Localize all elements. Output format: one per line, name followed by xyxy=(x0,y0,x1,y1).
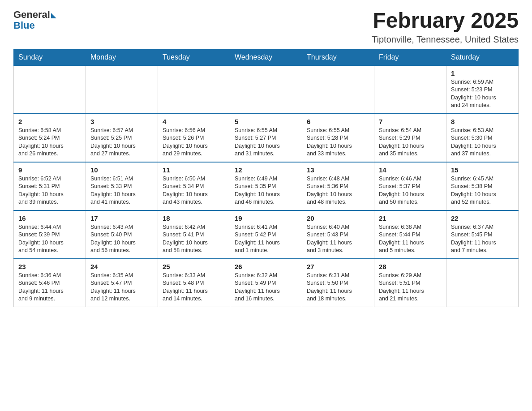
day-info: Sunrise: 6:41 AM Sunset: 5:42 PM Dayligh… xyxy=(235,223,297,255)
day-info: Sunrise: 6:53 AM Sunset: 5:30 PM Dayligh… xyxy=(451,127,514,158)
calendar-day-cell: 25Sunrise: 6:33 AM Sunset: 5:48 PM Dayli… xyxy=(158,259,230,307)
weekday-header-wednesday: Wednesday xyxy=(230,49,302,65)
calendar-day-cell: 13Sunrise: 6:48 AM Sunset: 5:36 PM Dayli… xyxy=(302,162,374,210)
day-info: Sunrise: 6:33 AM Sunset: 5:48 PM Dayligh… xyxy=(163,272,225,303)
day-number: 16 xyxy=(18,214,81,222)
day-number: 18 xyxy=(163,214,225,222)
day-number: 9 xyxy=(18,166,81,174)
calendar-day-cell: 1Sunrise: 6:59 AM Sunset: 5:23 PM Daylig… xyxy=(446,65,519,114)
logo-arrow-icon xyxy=(51,13,56,18)
day-number: 27 xyxy=(307,263,369,270)
calendar-day-cell: 10Sunrise: 6:51 AM Sunset: 5:33 PM Dayli… xyxy=(86,162,158,210)
calendar-table: SundayMondayTuesdayWednesdayThursdayFrid… xyxy=(13,49,519,307)
day-number: 3 xyxy=(90,118,153,125)
calendar-day-cell xyxy=(374,65,446,114)
day-info: Sunrise: 6:40 AM Sunset: 5:43 PM Dayligh… xyxy=(307,223,369,255)
day-info: Sunrise: 6:55 AM Sunset: 5:28 PM Dayligh… xyxy=(307,127,369,158)
calendar-day-cell: 18Sunrise: 6:42 AM Sunset: 5:41 PM Dayli… xyxy=(158,210,230,259)
day-number: 26 xyxy=(235,263,297,270)
calendar-day-cell: 21Sunrise: 6:38 AM Sunset: 5:44 PM Dayli… xyxy=(374,210,446,259)
day-number: 13 xyxy=(307,166,369,174)
calendar-day-cell xyxy=(302,65,374,114)
day-number: 10 xyxy=(90,166,153,174)
day-number: 11 xyxy=(163,166,225,174)
day-info: Sunrise: 6:49 AM Sunset: 5:35 PM Dayligh… xyxy=(235,175,297,206)
day-number: 14 xyxy=(379,166,442,174)
calendar-week-row: 23Sunrise: 6:36 AM Sunset: 5:46 PM Dayli… xyxy=(14,259,519,307)
day-info: Sunrise: 6:38 AM Sunset: 5:44 PM Dayligh… xyxy=(379,223,442,255)
day-info: Sunrise: 6:48 AM Sunset: 5:36 PM Dayligh… xyxy=(307,175,369,206)
day-info: Sunrise: 6:36 AM Sunset: 5:46 PM Dayligh… xyxy=(18,272,81,303)
day-info: Sunrise: 6:35 AM Sunset: 5:47 PM Dayligh… xyxy=(90,272,153,303)
day-number: 12 xyxy=(235,166,297,174)
day-number: 2 xyxy=(18,118,81,125)
weekday-header-saturday: Saturday xyxy=(446,49,519,65)
calendar-day-cell: 15Sunrise: 6:45 AM Sunset: 5:38 PM Dayli… xyxy=(446,162,519,210)
day-number: 15 xyxy=(451,166,514,174)
day-number: 21 xyxy=(379,214,442,222)
calendar-day-cell: 27Sunrise: 6:31 AM Sunset: 5:50 PM Dayli… xyxy=(302,259,374,307)
day-number: 4 xyxy=(163,118,225,125)
calendar-week-row: 1Sunrise: 6:59 AM Sunset: 5:23 PM Daylig… xyxy=(14,65,519,114)
day-number: 20 xyxy=(307,214,369,222)
day-info: Sunrise: 6:32 AM Sunset: 5:49 PM Dayligh… xyxy=(235,272,297,303)
page-header: General Blue February 2025 Tiptonville, … xyxy=(13,9,519,45)
day-info: Sunrise: 6:31 AM Sunset: 5:50 PM Dayligh… xyxy=(307,272,369,303)
calendar-day-cell xyxy=(14,65,86,114)
calendar-day-cell: 6Sunrise: 6:55 AM Sunset: 5:28 PM Daylig… xyxy=(302,114,374,162)
calendar-day-cell: 12Sunrise: 6:49 AM Sunset: 5:35 PM Dayli… xyxy=(230,162,302,210)
calendar-day-cell: 16Sunrise: 6:44 AM Sunset: 5:39 PM Dayli… xyxy=(14,210,86,259)
calendar-day-cell: 19Sunrise: 6:41 AM Sunset: 5:42 PM Dayli… xyxy=(230,210,302,259)
weekday-header-monday: Monday xyxy=(86,49,158,65)
day-info: Sunrise: 6:56 AM Sunset: 5:26 PM Dayligh… xyxy=(163,127,225,158)
logo: General Blue xyxy=(13,9,56,31)
calendar-day-cell xyxy=(446,259,519,307)
weekday-header-tuesday: Tuesday xyxy=(158,49,230,65)
calendar-day-cell xyxy=(86,65,158,114)
day-number: 8 xyxy=(451,118,514,125)
day-info: Sunrise: 6:58 AM Sunset: 5:24 PM Dayligh… xyxy=(18,127,81,158)
day-number: 5 xyxy=(235,118,297,125)
calendar-day-cell xyxy=(230,65,302,114)
weekday-header-friday: Friday xyxy=(374,49,446,65)
calendar-day-cell: 26Sunrise: 6:32 AM Sunset: 5:49 PM Dayli… xyxy=(230,259,302,307)
day-info: Sunrise: 6:52 AM Sunset: 5:31 PM Dayligh… xyxy=(18,175,81,206)
weekday-header-thursday: Thursday xyxy=(302,49,374,65)
day-number: 24 xyxy=(90,263,153,270)
day-number: 22 xyxy=(451,214,514,222)
calendar-day-cell: 7Sunrise: 6:54 AM Sunset: 5:29 PM Daylig… xyxy=(374,114,446,162)
calendar-day-cell: 2Sunrise: 6:58 AM Sunset: 5:24 PM Daylig… xyxy=(14,114,86,162)
calendar-day-cell: 14Sunrise: 6:46 AM Sunset: 5:37 PM Dayli… xyxy=(374,162,446,210)
weekday-header-sunday: Sunday xyxy=(14,49,86,65)
day-number: 25 xyxy=(163,263,225,270)
location-text: Tiptonville, Tennessee, United States xyxy=(372,34,519,45)
day-info: Sunrise: 6:37 AM Sunset: 5:45 PM Dayligh… xyxy=(451,223,514,255)
calendar-day-cell: 23Sunrise: 6:36 AM Sunset: 5:46 PM Dayli… xyxy=(14,259,86,307)
day-number: 23 xyxy=(18,263,81,270)
day-info: Sunrise: 6:45 AM Sunset: 5:38 PM Dayligh… xyxy=(451,175,514,206)
day-info: Sunrise: 6:43 AM Sunset: 5:40 PM Dayligh… xyxy=(90,223,153,255)
day-number: 19 xyxy=(235,214,297,222)
day-number: 6 xyxy=(307,118,369,125)
calendar-day-cell: 24Sunrise: 6:35 AM Sunset: 5:47 PM Dayli… xyxy=(86,259,158,307)
calendar-header-row: SundayMondayTuesdayWednesdayThursdayFrid… xyxy=(14,49,519,65)
day-info: Sunrise: 6:54 AM Sunset: 5:29 PM Dayligh… xyxy=(379,127,442,158)
calendar-day-cell: 4Sunrise: 6:56 AM Sunset: 5:26 PM Daylig… xyxy=(158,114,230,162)
day-number: 17 xyxy=(90,214,153,222)
day-info: Sunrise: 6:44 AM Sunset: 5:39 PM Dayligh… xyxy=(18,223,81,255)
calendar-week-row: 9Sunrise: 6:52 AM Sunset: 5:31 PM Daylig… xyxy=(14,162,519,210)
title-section: February 2025 Tiptonville, Tennessee, Un… xyxy=(372,9,519,45)
day-info: Sunrise: 6:57 AM Sunset: 5:25 PM Dayligh… xyxy=(90,127,153,158)
calendar-day-cell: 22Sunrise: 6:37 AM Sunset: 5:45 PM Dayli… xyxy=(446,210,519,259)
day-number: 28 xyxy=(379,263,442,270)
calendar-day-cell: 5Sunrise: 6:55 AM Sunset: 5:27 PM Daylig… xyxy=(230,114,302,162)
calendar-day-cell: 20Sunrise: 6:40 AM Sunset: 5:43 PM Dayli… xyxy=(302,210,374,259)
calendar-day-cell: 11Sunrise: 6:50 AM Sunset: 5:34 PM Dayli… xyxy=(158,162,230,210)
day-info: Sunrise: 6:29 AM Sunset: 5:51 PM Dayligh… xyxy=(379,272,442,303)
day-info: Sunrise: 6:46 AM Sunset: 5:37 PM Dayligh… xyxy=(379,175,442,206)
calendar-day-cell: 9Sunrise: 6:52 AM Sunset: 5:31 PM Daylig… xyxy=(14,162,86,210)
calendar-day-cell xyxy=(158,65,230,114)
calendar-day-cell: 17Sunrise: 6:43 AM Sunset: 5:40 PM Dayli… xyxy=(86,210,158,259)
day-number: 1 xyxy=(451,69,514,77)
calendar-week-row: 2Sunrise: 6:58 AM Sunset: 5:24 PM Daylig… xyxy=(14,114,519,162)
